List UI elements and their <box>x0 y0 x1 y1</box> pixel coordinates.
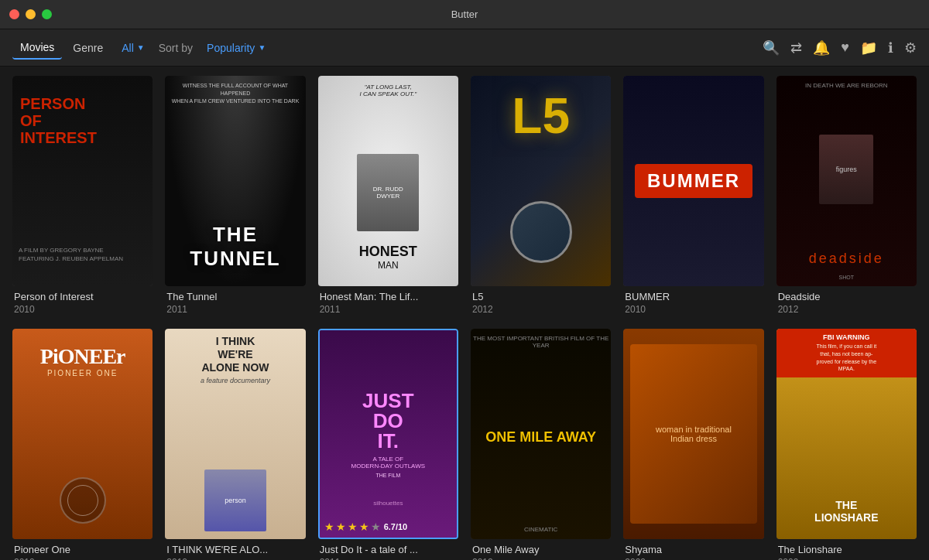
movie-title: Pioneer One <box>14 544 151 555</box>
movie-info: The Lionshare 2009 <box>776 539 917 560</box>
maximize-button[interactable] <box>42 9 52 19</box>
movie-info: Deadside 2012 <box>776 286 917 316</box>
movie-info: L5 2012 <box>471 286 611 316</box>
movie-card[interactable]: JUSTDOIT. A TALE OFMODERN-DAY OUTLAWS TH… <box>318 329 458 560</box>
movie-grid: PERSONOFINTEREST A FILM BY GREGORY BAYNE… <box>12 76 917 560</box>
nav-movies[interactable]: Movies <box>12 36 62 60</box>
movie-year: 2011 <box>320 557 457 560</box>
movie-poster: woman in traditionalIndian dress <box>623 329 763 539</box>
movie-year: 2011 <box>166 304 303 315</box>
popularity-dropdown-arrow: ▼ <box>258 43 266 52</box>
movie-card[interactable]: FBI WARNING This film, if you can call i… <box>776 329 917 560</box>
nav-genre[interactable]: Genre <box>65 37 111 59</box>
app-title: Butter <box>451 9 478 20</box>
main-content: PERSONOFINTEREST A FILM BY GREGORY BAYNE… <box>0 67 929 560</box>
close-button[interactable] <box>9 9 19 19</box>
movie-year: 2010 <box>625 304 762 315</box>
movie-title: The Lionshare <box>778 544 915 555</box>
movie-card[interactable]: BUMMER BUMMER 2010 <box>623 76 763 316</box>
movie-poster: WITNESS THE FULL ACCOUNT OF WHAT HAPPENE… <box>165 76 305 286</box>
movie-year: 2011 <box>320 304 457 315</box>
movie-title: Just Do It - a tale of ... <box>320 544 457 555</box>
notification-icon[interactable]: 🔔 <box>813 39 830 56</box>
movie-info: Honest Man: The Lif... 2011 <box>318 286 458 316</box>
sortby-label: Sort by <box>156 37 196 59</box>
settings-icon[interactable]: ⚙ <box>904 39 917 56</box>
titlebar: Butter <box>0 0 929 29</box>
info-icon[interactable]: ℹ <box>888 39 893 56</box>
movie-poster: FBI WARNING This film, if you can call i… <box>776 329 917 539</box>
toolbar-left: Movies Genre All ▼ Sort by Popularity ▼ <box>12 36 759 60</box>
movie-poster: PiONEEr PIONEER ONE <box>12 329 153 539</box>
movie-card[interactable]: IN DEATH WE ARE REBORN figures deadside … <box>776 76 917 316</box>
movie-title: I THINK WE'RE ALO... <box>166 544 303 555</box>
movie-poster: THE MOST IMPORTANT BRITISH FILM OF THE Y… <box>471 329 611 539</box>
movie-year: 2009 <box>625 557 762 560</box>
movie-info: BUMMER 2010 <box>623 286 763 316</box>
movie-poster: "AT LONG LAST,I CAN SPEAK OUT." DR. RUDD… <box>318 76 458 286</box>
movie-info: Pioneer One 2010 <box>12 539 153 560</box>
movie-card[interactable]: PiONEEr PIONEER ONE Pioneer One 2010 <box>12 329 153 560</box>
movie-card[interactable]: PERSONOFINTEREST A FILM BY GREGORY BAYNE… <box>12 76 153 316</box>
nav-popularity[interactable]: Popularity ▼ <box>199 37 273 59</box>
toolbar-right: 🔍 ⇄ 🔔 ♥ 📁 ℹ ⚙ <box>763 39 917 56</box>
movie-poster: PERSONOFINTEREST A FILM BY GREGORY BAYNE… <box>12 76 153 286</box>
movie-poster: BUMMER <box>623 76 763 286</box>
star-rating: ★ ★ ★ ★ ★ <box>324 521 381 533</box>
movie-info: One Mile Away 2012 <box>471 539 611 560</box>
minimize-button[interactable] <box>26 9 36 19</box>
shuffle-icon[interactable]: ⇄ <box>790 39 802 56</box>
movie-year: 2012 <box>472 304 609 315</box>
movie-year: 2009 <box>778 557 915 560</box>
movie-poster: L5 <box>471 76 611 286</box>
movie-title: The Tunnel <box>166 291 303 302</box>
movie-title: Person of Interest <box>14 291 151 302</box>
poster-text: PERSONOFINTEREST <box>20 95 97 146</box>
movie-title: L5 <box>472 291 609 302</box>
movie-title: Honest Man: The Lif... <box>320 291 457 302</box>
movie-title: Deadside <box>778 291 915 302</box>
movie-poster: I THINKWE'REALONE NOW a feature document… <box>165 329 305 539</box>
movie-year: 2012 <box>778 304 915 315</box>
movie-info: Person of Interest 2010 <box>12 286 153 316</box>
movie-card[interactable]: "AT LONG LAST,I CAN SPEAK OUT." DR. RUDD… <box>318 76 458 316</box>
movie-info: I THINK WE'RE ALO... 2010 <box>165 539 305 560</box>
movie-poster: IN DEATH WE ARE REBORN figures deadside … <box>776 76 917 286</box>
movie-card[interactable]: woman in traditionalIndian dress Shyama … <box>623 329 763 560</box>
movie-year: 2012 <box>472 557 609 560</box>
movie-card[interactable]: THE MOST IMPORTANT BRITISH FILM OF THE Y… <box>471 329 611 560</box>
movie-info: Shyama 2009 <box>623 539 763 560</box>
movie-card[interactable]: WITNESS THE FULL ACCOUNT OF WHAT HAPPENE… <box>165 76 305 316</box>
movie-title: Shyama <box>625 544 762 555</box>
movie-card[interactable]: L5 L5 2012 <box>471 76 611 316</box>
rating-score: 6.7/10 <box>384 522 408 531</box>
toolbar: Movies Genre All ▼ Sort by Popularity ▼ … <box>0 29 929 67</box>
movie-card[interactable]: I THINKWE'REALONE NOW a feature document… <box>165 329 305 560</box>
movie-poster: JUSTDOIT. A TALE OFMODERN-DAY OUTLAWS TH… <box>318 329 458 539</box>
movie-title: BUMMER <box>625 291 762 302</box>
movie-info: The Tunnel 2011 <box>165 286 305 316</box>
movie-year: 2010 <box>14 557 151 560</box>
nav-all[interactable]: All ▼ <box>114 37 152 59</box>
all-dropdown-arrow: ▼ <box>137 43 145 52</box>
movie-info: Just Do It - a tale of ... 2011 <box>318 539 458 560</box>
movie-year: 2010 <box>166 557 303 560</box>
movie-year: 2010 <box>14 304 151 315</box>
traffic-lights <box>9 9 52 19</box>
search-icon[interactable]: 🔍 <box>763 39 780 56</box>
heart-icon[interactable]: ♥ <box>841 39 849 56</box>
folder-icon[interactable]: 📁 <box>860 39 877 56</box>
movie-title: One Mile Away <box>472 544 609 555</box>
